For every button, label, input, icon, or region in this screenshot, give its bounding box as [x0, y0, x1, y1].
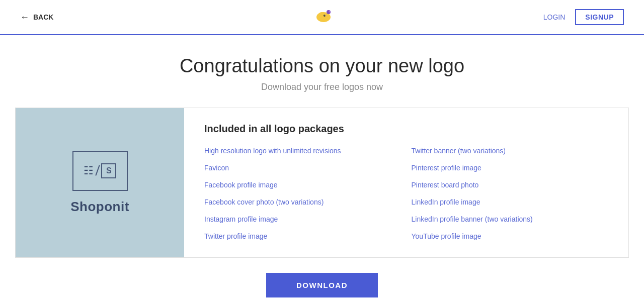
header-logo: [309, 6, 335, 28]
download-section: DOWNLOAD: [0, 258, 644, 300]
logo-box-inner: ☷ / S: [84, 163, 117, 179]
feature-item-facebook-cover: Facebook cover photo (two variations): [204, 196, 401, 208]
back-arrow-icon: ←: [20, 12, 29, 23]
hero-section: Congratulations on your new logo Downloa…: [0, 35, 644, 108]
feature-item-twitter-profile: Twitter profile image: [204, 230, 401, 242]
feature-item-linkedin-profile: LinkedIn profile image: [412, 196, 609, 208]
slash-icon: /: [95, 163, 100, 179]
packages-info-panel: Included in all logo packages High resol…: [184, 108, 628, 257]
header: ← BACK LOGIN SIGNUP: [0, 0, 644, 35]
feature-item-pinterest-profile: Pinterest profile image: [412, 162, 609, 174]
feature-item-facebook-profile: Facebook profile image: [204, 179, 401, 191]
feature-item-youtube-profile: YouTube profile image: [412, 230, 609, 242]
feature-item-high-res: High resolution logo with unlimited revi…: [204, 145, 401, 157]
letter-box: S: [101, 163, 116, 178]
features-grid: High resolution logo with unlimited revi…: [204, 145, 608, 242]
hero-title: Congratulations on your new logo: [10, 55, 634, 77]
back-label: BACK: [33, 13, 53, 21]
site-logo-icon: [309, 6, 335, 26]
svg-point-5: [329, 11, 331, 13]
login-button[interactable]: LOGIN: [543, 13, 566, 21]
download-button[interactable]: DOWNLOAD: [266, 273, 378, 297]
feature-item-favicon: Favicon: [204, 162, 401, 174]
svg-point-3: [325, 15, 326, 16]
logo-box: ☷ / S: [72, 151, 128, 191]
signup-button[interactable]: SIGNUP: [575, 9, 624, 25]
brand-name: Shoponit: [70, 199, 129, 215]
header-auth: LOGIN SIGNUP: [543, 9, 624, 25]
feature-item-pinterest-board: Pinterest board photo: [412, 179, 609, 191]
packages-title: Included in all logo packages: [204, 123, 608, 135]
content-card: ☷ / S Shoponit Included in all logo pack…: [15, 108, 629, 258]
feature-item-linkedin-banner: LinkedIn profile banner (two variations): [412, 213, 609, 225]
feature-item-instagram-profile: Instagram profile image: [204, 213, 401, 225]
logo-letter: S: [106, 166, 112, 175]
feature-item-twitter-banner: Twitter banner (two variations): [412, 145, 609, 157]
hero-subtitle: Download your free logos now: [10, 82, 634, 92]
bell-icon: ☷: [84, 164, 94, 177]
back-button[interactable]: ← BACK: [20, 12, 53, 23]
logo-preview-panel: ☷ / S Shoponit: [16, 108, 184, 257]
